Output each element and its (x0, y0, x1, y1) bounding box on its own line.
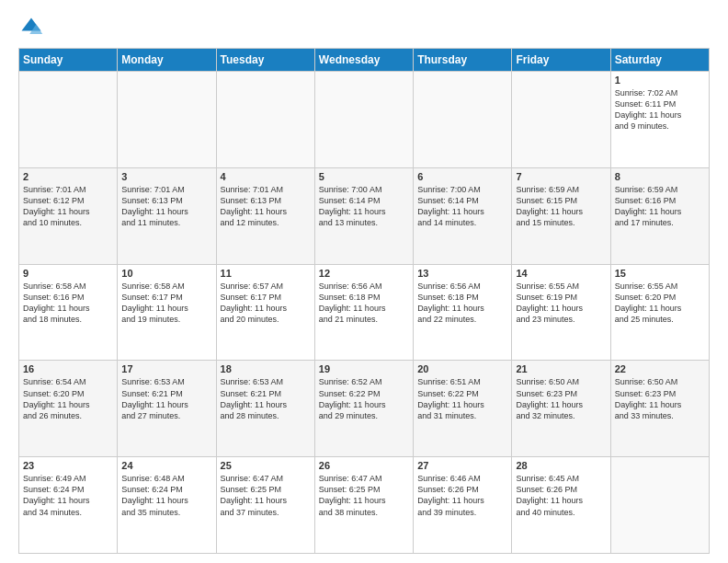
calendar-cell: 14Sunrise: 6:55 AM Sunset: 6:19 PM Dayli… (512, 264, 610, 361)
calendar-cell: 24Sunrise: 6:48 AM Sunset: 6:24 PM Dayli… (118, 457, 216, 554)
calendar-cell: 13Sunrise: 6:56 AM Sunset: 6:18 PM Dayli… (414, 264, 512, 361)
day-header-saturday: Saturday (610, 49, 709, 72)
day-number: 13 (417, 268, 507, 279)
day-header-tuesday: Tuesday (216, 49, 314, 72)
calendar-cell (216, 72, 314, 168)
day-number: 12 (319, 268, 409, 279)
day-number: 21 (516, 363, 606, 374)
day-header-wednesday: Wednesday (314, 49, 413, 72)
calendar-cell: 15Sunrise: 6:55 AM Sunset: 6:20 PM Dayli… (610, 264, 709, 361)
day-info: Sunrise: 6:49 AM Sunset: 6:24 PM Dayligh… (23, 473, 113, 518)
calendar-cell (414, 72, 512, 168)
calendar-cell: 23Sunrise: 6:49 AM Sunset: 6:24 PM Dayli… (19, 457, 118, 554)
day-info: Sunrise: 6:52 AM Sunset: 6:22 PM Dayligh… (319, 376, 409, 421)
day-info: Sunrise: 6:59 AM Sunset: 6:15 PM Dayligh… (516, 184, 606, 229)
day-number: 22 (615, 363, 705, 374)
day-info: Sunrise: 6:51 AM Sunset: 6:22 PM Dayligh… (417, 376, 507, 421)
day-number: 18 (221, 363, 311, 374)
day-info: Sunrise: 6:54 AM Sunset: 6:20 PM Dayligh… (23, 376, 113, 421)
day-info: Sunrise: 6:57 AM Sunset: 6:17 PM Dayligh… (221, 281, 311, 326)
day-info: Sunrise: 6:56 AM Sunset: 6:18 PM Dayligh… (319, 281, 409, 326)
calendar-cell: 8Sunrise: 6:59 AM Sunset: 6:16 PM Daylig… (610, 167, 709, 264)
day-info: Sunrise: 6:53 AM Sunset: 6:21 PM Dayligh… (121, 376, 211, 421)
calendar-cell: 4Sunrise: 7:01 AM Sunset: 6:13 PM Daylig… (216, 167, 314, 264)
day-number: 15 (615, 268, 705, 279)
header (18, 15, 710, 40)
day-info: Sunrise: 6:50 AM Sunset: 6:23 PM Dayligh… (516, 376, 606, 421)
day-info: Sunrise: 6:46 AM Sunset: 6:26 PM Dayligh… (417, 473, 507, 518)
calendar-cell (118, 72, 216, 168)
calendar-week-row: 16Sunrise: 6:54 AM Sunset: 6:20 PM Dayli… (19, 361, 710, 457)
calendar-cell: 7Sunrise: 6:59 AM Sunset: 6:15 PM Daylig… (512, 167, 610, 264)
calendar-cell (610, 457, 709, 554)
calendar-cell: 11Sunrise: 6:57 AM Sunset: 6:17 PM Dayli… (216, 264, 314, 361)
day-header-monday: Monday (118, 49, 216, 72)
day-number: 19 (319, 363, 409, 374)
day-info: Sunrise: 6:56 AM Sunset: 6:18 PM Dayligh… (417, 281, 507, 326)
day-number: 26 (319, 460, 409, 471)
day-info: Sunrise: 6:50 AM Sunset: 6:23 PM Dayligh… (615, 376, 705, 421)
calendar-week-row: 9Sunrise: 6:58 AM Sunset: 6:16 PM Daylig… (19, 264, 710, 361)
calendar-cell: 18Sunrise: 6:53 AM Sunset: 6:21 PM Dayli… (216, 361, 314, 457)
calendar-cell: 17Sunrise: 6:53 AM Sunset: 6:21 PM Dayli… (118, 361, 216, 457)
day-info: Sunrise: 7:00 AM Sunset: 6:14 PM Dayligh… (417, 184, 507, 229)
day-header-thursday: Thursday (414, 49, 512, 72)
calendar-cell: 10Sunrise: 6:58 AM Sunset: 6:17 PM Dayli… (118, 264, 216, 361)
day-number: 7 (516, 171, 606, 182)
logo (18, 15, 48, 40)
day-number: 17 (121, 363, 211, 374)
calendar-cell: 2Sunrise: 7:01 AM Sunset: 6:12 PM Daylig… (19, 167, 118, 264)
day-info: Sunrise: 7:01 AM Sunset: 6:13 PM Dayligh… (121, 184, 211, 229)
calendar-header-row: SundayMondayTuesdayWednesdayThursdayFrid… (19, 49, 710, 72)
day-info: Sunrise: 6:48 AM Sunset: 6:24 PM Dayligh… (121, 473, 211, 518)
calendar-cell: 19Sunrise: 6:52 AM Sunset: 6:22 PM Dayli… (314, 361, 413, 457)
calendar-cell (512, 72, 610, 168)
day-number: 8 (615, 171, 705, 182)
day-number: 10 (121, 268, 211, 279)
calendar-cell: 27Sunrise: 6:46 AM Sunset: 6:26 PM Dayli… (414, 457, 512, 554)
day-number: 28 (516, 460, 606, 471)
calendar-table: SundayMondayTuesdayWednesdayThursdayFrid… (18, 48, 710, 554)
day-number: 14 (516, 268, 606, 279)
day-info: Sunrise: 7:02 AM Sunset: 6:11 PM Dayligh… (615, 87, 705, 132)
calendar-week-row: 23Sunrise: 6:49 AM Sunset: 6:24 PM Dayli… (19, 457, 710, 554)
day-number: 24 (121, 460, 211, 471)
calendar-cell: 5Sunrise: 7:00 AM Sunset: 6:14 PM Daylig… (314, 167, 413, 264)
day-number: 27 (417, 460, 507, 471)
day-number: 25 (221, 460, 311, 471)
calendar-cell: 9Sunrise: 6:58 AM Sunset: 6:16 PM Daylig… (19, 264, 118, 361)
page: SundayMondayTuesdayWednesdayThursdayFrid… (0, 0, 728, 563)
day-number: 23 (23, 460, 113, 471)
day-info: Sunrise: 6:47 AM Sunset: 6:25 PM Dayligh… (221, 473, 311, 518)
calendar-cell: 28Sunrise: 6:45 AM Sunset: 6:26 PM Dayli… (512, 457, 610, 554)
calendar-cell: 12Sunrise: 6:56 AM Sunset: 6:18 PM Dayli… (314, 264, 413, 361)
day-number: 16 (23, 363, 113, 374)
calendar-week-row: 1Sunrise: 7:02 AM Sunset: 6:11 PM Daylig… (19, 72, 710, 168)
day-info: Sunrise: 7:01 AM Sunset: 6:12 PM Dayligh… (23, 184, 113, 229)
day-info: Sunrise: 6:47 AM Sunset: 6:25 PM Dayligh… (319, 473, 409, 518)
day-number: 9 (23, 268, 113, 279)
day-info: Sunrise: 6:58 AM Sunset: 6:16 PM Dayligh… (23, 281, 113, 326)
calendar-week-row: 2Sunrise: 7:01 AM Sunset: 6:12 PM Daylig… (19, 167, 710, 264)
day-number: 1 (615, 75, 705, 86)
day-number: 2 (23, 171, 113, 182)
day-number: 6 (417, 171, 507, 182)
calendar-cell (314, 72, 413, 168)
logo-icon (18, 15, 44, 40)
day-number: 5 (319, 171, 409, 182)
calendar-cell: 6Sunrise: 7:00 AM Sunset: 6:14 PM Daylig… (414, 167, 512, 264)
calendar-cell: 21Sunrise: 6:50 AM Sunset: 6:23 PM Dayli… (512, 361, 610, 457)
day-info: Sunrise: 6:58 AM Sunset: 6:17 PM Dayligh… (121, 281, 211, 326)
day-info: Sunrise: 6:53 AM Sunset: 6:21 PM Dayligh… (221, 376, 311, 421)
day-number: 11 (221, 268, 311, 279)
calendar-cell: 20Sunrise: 6:51 AM Sunset: 6:22 PM Dayli… (414, 361, 512, 457)
calendar-cell (19, 72, 118, 168)
calendar-cell: 25Sunrise: 6:47 AM Sunset: 6:25 PM Dayli… (216, 457, 314, 554)
day-header-friday: Friday (512, 49, 610, 72)
day-header-sunday: Sunday (19, 49, 118, 72)
day-info: Sunrise: 6:55 AM Sunset: 6:19 PM Dayligh… (516, 281, 606, 326)
day-info: Sunrise: 7:01 AM Sunset: 6:13 PM Dayligh… (221, 184, 311, 229)
calendar-cell: 16Sunrise: 6:54 AM Sunset: 6:20 PM Dayli… (19, 361, 118, 457)
day-info: Sunrise: 6:59 AM Sunset: 6:16 PM Dayligh… (615, 184, 705, 229)
day-info: Sunrise: 6:45 AM Sunset: 6:26 PM Dayligh… (516, 473, 606, 518)
